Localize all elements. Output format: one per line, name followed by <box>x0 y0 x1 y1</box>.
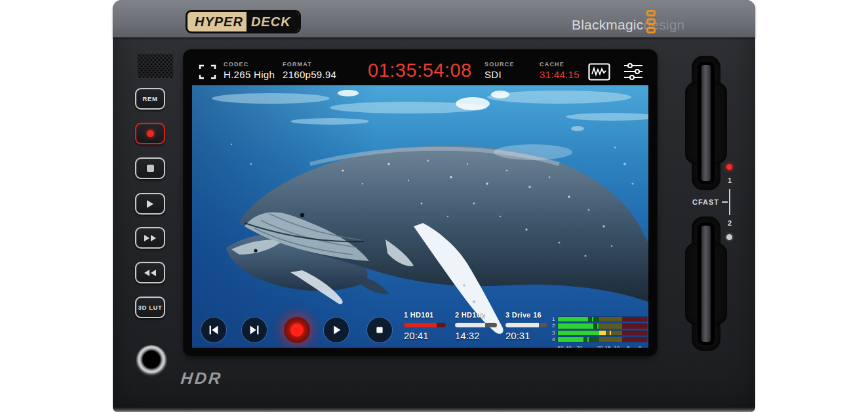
media-slot-1-indicator[interactable]: 1 HD101 20:41 <box>404 311 450 341</box>
cache-indicator[interactable]: CACHE 31:44:15 <box>540 61 580 80</box>
record-button-physical[interactable] <box>135 123 165 144</box>
audio-meter-bar <box>558 317 647 321</box>
stop-button-physical[interactable] <box>135 157 165 179</box>
hyperdeck-device: HYPER DECK Blackmagicdesign REM <box>113 0 755 412</box>
headphone-jack <box>136 345 167 377</box>
audio-meter-scale-tick: -15 <box>603 345 611 348</box>
monitor-overlay-icon[interactable] <box>199 64 216 80</box>
cfast-slot2-number: 2 <box>726 219 734 227</box>
blackmagic-logo-primary: Blackmagic <box>572 17 643 32</box>
fast-forward-button[interactable] <box>135 227 165 249</box>
hyperdeck-logo-deck: DECK <box>247 12 299 31</box>
blackmagic-logo: Blackmagicdesign <box>572 17 684 33</box>
media-slot-name: 2 HD102 <box>455 311 501 319</box>
source-value: SDI <box>484 69 515 80</box>
audio-meter-channel-label: 4 <box>552 337 555 342</box>
audio-meter-rows <box>558 317 647 342</box>
media-slot-progress <box>404 323 446 327</box>
top-panel: HYPER DECK Blackmagicdesign <box>113 0 755 37</box>
media-slot-time: 20:41 <box>404 330 450 341</box>
codec-value: H.265 High <box>224 69 275 80</box>
remote-button[interactable]: REM <box>135 88 165 110</box>
rewind-icon <box>144 270 156 276</box>
scope-icon[interactable] <box>588 63 610 81</box>
media-slot-time: 14:32 <box>455 330 501 341</box>
skip-back-button[interactable] <box>201 318 226 342</box>
audio-meter-channel-label: 3 <box>552 331 555 335</box>
cfast-card-edge <box>701 226 711 342</box>
fast-forward-icon <box>144 235 156 241</box>
timecode-display[interactable]: 01:35:54:08 <box>368 60 472 81</box>
audio-meter-scale-tick: -5 <box>625 345 630 348</box>
audio-meter-scale-tick: -30 <box>574 345 582 348</box>
menu-icon[interactable] <box>623 62 643 81</box>
audio-meter-bar <box>558 331 647 335</box>
media-slot-name: 3 Drive 16 <box>505 311 551 319</box>
cfast-label-line <box>729 189 730 215</box>
media-slot-3-indicator[interactable]: 3 Drive 16 20:31 <box>505 311 551 341</box>
speaker-grille <box>138 54 173 78</box>
audio-meter-channel-label: 2 <box>552 323 555 328</box>
media-slot-time: 20:31 <box>505 330 551 341</box>
codec-indicator[interactable]: CODEC H.265 High <box>224 61 275 80</box>
status-bar: CODEC H.265 High FORMAT 2160p59.94 01:35… <box>192 58 648 85</box>
media-slot-progress <box>455 323 497 327</box>
record-icon <box>290 323 304 337</box>
play-button-physical[interactable] <box>135 193 165 215</box>
audio-meter-scale-tick: -20 <box>595 345 603 348</box>
cache-value: 31:44:15 <box>540 69 580 80</box>
cfast-card-edge <box>701 65 711 181</box>
audio-meter-scale-tick: 0 <box>639 345 641 348</box>
touchscreen: CODEC H.265 High FORMAT 2160p59.94 01:35… <box>192 58 648 348</box>
skip-forward-icon <box>247 323 262 337</box>
product-photo-stage: HYPER DECK Blackmagicdesign REM <box>0 0 868 412</box>
record-icon <box>147 130 154 137</box>
codec-label: CODEC <box>224 61 275 68</box>
rewind-button[interactable] <box>135 262 165 283</box>
media-slot-2-indicator[interactable]: 2 HD102 14:32 <box>455 311 501 341</box>
cfast-slot1-number: 1 <box>726 176 734 184</box>
record-button-touch[interactable] <box>284 317 310 343</box>
cfast-label: CFAST <box>692 198 719 206</box>
skip-back-icon <box>207 323 221 337</box>
lut-button[interactable]: 3D LUT <box>135 297 165 318</box>
format-label: FORMAT <box>283 61 336 68</box>
hyperdeck-logo-inner: HYPER DECK <box>187 12 299 31</box>
hyperdeck-logo: HYPER DECK <box>186 10 301 33</box>
play-button-touch[interactable] <box>324 318 349 342</box>
video-preview: 1 HD101 20:41 2 HD102 14:32 <box>192 85 648 348</box>
source-label: SOURCE <box>484 61 515 68</box>
lut-button-label: 3D LUT <box>138 304 163 311</box>
audio-meter-bar <box>558 337 647 342</box>
media-slot-name: 1 HD101 <box>404 311 450 319</box>
audio-meter-bar <box>558 323 647 328</box>
audio-meter-scale: -50-40-30-20-15-10-50 <box>558 345 647 348</box>
screen-bezel: CODEC H.265 High FORMAT 2160p59.94 01:35… <box>184 50 657 356</box>
audio-meter-scale-tick: -10 <box>612 345 620 348</box>
remote-button-label: REM <box>143 95 158 102</box>
format-value: 2160p59.94 <box>283 69 336 80</box>
media-slot-progress <box>505 323 547 327</box>
slot1-status-led <box>726 164 732 170</box>
audio-meter-scale-tick: -50 <box>556 345 564 348</box>
skip-forward-button[interactable] <box>242 318 267 342</box>
audio-meter-channel-label: 1 <box>552 317 555 321</box>
stop-icon <box>147 165 154 172</box>
audio-meters[interactable]: 1234 -50-40-30-20-15-10-50 <box>549 289 648 348</box>
source-indicator[interactable]: SOURCE SDI <box>484 61 515 80</box>
cfast-slot-1 <box>685 56 727 190</box>
format-indicator[interactable]: FORMAT 2160p59.94 <box>283 61 336 80</box>
cfast-label-dash <box>722 201 728 203</box>
hyperdeck-logo-hyper: HYPER <box>187 12 247 31</box>
cfast-slot-2 <box>685 216 727 351</box>
slot2-status-led <box>726 234 732 240</box>
cache-label: CACHE <box>540 61 580 68</box>
play-icon <box>329 323 344 337</box>
stop-button-touch[interactable] <box>367 318 392 342</box>
stop-icon <box>372 323 387 337</box>
blackmagic-logo-squares-icon <box>646 10 656 33</box>
audio-meter-channel-labels: 1234 <box>552 317 555 342</box>
play-icon <box>147 200 153 208</box>
audio-meter-scale-tick: -40 <box>564 345 572 348</box>
model-label: HDR <box>180 369 223 388</box>
